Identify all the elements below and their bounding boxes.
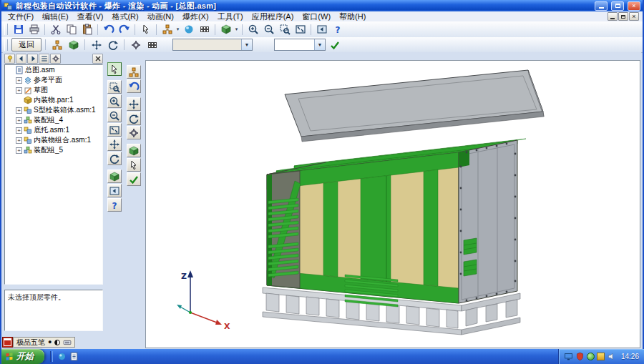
- tree-item-contents-group-assembly[interactable]: + 内装物组合.asm:1: [5, 135, 102, 145]
- menu-view[interactable]: 查看(V): [73, 11, 108, 21]
- punctuation-toggle-icon[interactable]: [54, 340, 60, 345]
- menu-explode[interactable]: 爆炸(X): [178, 11, 213, 21]
- tray-network-icon[interactable]: [564, 352, 573, 361]
- auto-explode-button[interactable]: [49, 38, 64, 52]
- expander-icon[interactable]: +: [16, 87, 22, 94]
- lid-panel[interactable]: [285, 70, 544, 142]
- move-part-button[interactable]: [89, 38, 104, 52]
- explode-button[interactable]: [160, 22, 175, 36]
- ime-bar[interactable]: 极品五笔 ●: [2, 336, 75, 348]
- tree-item-contents-part[interactable]: 内装物.par:1: [5, 95, 102, 105]
- expander-icon[interactable]: +: [16, 77, 22, 84]
- mdi-close-button[interactable]: ×: [629, 12, 639, 21]
- tree-item-assembly-group-4[interactable]: + 装配组_4: [5, 115, 102, 125]
- menu-animation[interactable]: 动画(N): [143, 11, 178, 21]
- toolbar-grip[interactable]: [4, 39, 8, 51]
- tree-item-base-assembly[interactable]: + 底托.asm:1: [5, 125, 102, 135]
- mdi-minimize-button[interactable]: [608, 12, 618, 21]
- zoom-area-button[interactable]: [277, 22, 292, 36]
- assembly-tree[interactable]: 总图.asm + 参考平面 + 草图 内装物.par:1 + S型栓装箱体.as…: [4, 64, 103, 285]
- menu-file[interactable]: 文件(F): [4, 11, 38, 21]
- tray-volume-icon[interactable]: [607, 352, 616, 361]
- rotate-view-button[interactable]: [107, 152, 122, 165]
- fit-view-button[interactable]: [293, 22, 308, 36]
- zoom-area-button[interactable]: [107, 80, 122, 94]
- menu-help[interactable]: 帮助(H): [335, 11, 370, 21]
- explode-display-button[interactable]: [66, 38, 81, 52]
- tree-item-sketch[interactable]: + 草图: [5, 85, 102, 95]
- tree-item-reference-planes[interactable]: + 参考平面: [5, 75, 102, 85]
- pin-panel-button[interactable]: [4, 54, 15, 64]
- show-desktop-icon[interactable]: [69, 352, 79, 361]
- ime-logo-icon[interactable]: [2, 337, 13, 348]
- configuration-button[interactable]: [127, 126, 141, 139]
- start-button[interactable]: 开始: [1, 349, 44, 364]
- tree-item-box-assembly[interactable]: + S型栓装箱体.asm:1: [5, 105, 102, 115]
- auto-explode-button[interactable]: [127, 65, 141, 79]
- shaded-view-button[interactable]: [218, 22, 233, 36]
- copy-button[interactable]: [64, 22, 79, 36]
- undo-button[interactable]: [101, 22, 116, 36]
- display-options-button[interactable]: [127, 144, 141, 157]
- redo-button[interactable]: [117, 22, 132, 36]
- select-tool-button[interactable]: [138, 22, 153, 36]
- rotate-part-button[interactable]: [105, 38, 120, 52]
- menu-edit[interactable]: 编辑(E): [38, 11, 73, 21]
- close-button[interactable]: ×: [628, 1, 640, 11]
- 3d-viewport[interactable]: Z X: [145, 60, 640, 348]
- tray-status-icon[interactable]: [587, 353, 595, 360]
- animation-frames-button[interactable]: [145, 38, 160, 52]
- menu-tools[interactable]: 工具(T): [213, 11, 248, 21]
- paste-button[interactable]: [79, 22, 94, 36]
- menu-applications[interactable]: 应用程序(A): [248, 11, 298, 21]
- tray-updates-icon[interactable]: [597, 353, 605, 360]
- expander-icon[interactable]: +: [16, 117, 22, 124]
- dropdown-arrow-icon[interactable]: ▾: [175, 26, 180, 32]
- finish-button[interactable]: [127, 172, 141, 186]
- flow-lines-button[interactable]: [127, 112, 141, 125]
- menu-window[interactable]: 窗口(W): [298, 11, 335, 21]
- title-bar[interactable]: 前程包装自动设计软件 - 爆炸 - 渲染 - 动画 - [总图.asm] ×: [1, 0, 643, 11]
- explode-options-button[interactable]: [128, 38, 143, 52]
- fullwidth-toggle-icon[interactable]: ●: [48, 339, 52, 345]
- explode-config-combobox[interactable]: ▼: [172, 39, 253, 51]
- dropdown-arrow-icon[interactable]: ▾: [234, 26, 239, 32]
- common-views-button[interactable]: [107, 169, 122, 183]
- help-button[interactable]: [330, 22, 345, 36]
- help-button[interactable]: [107, 198, 122, 212]
- fit-view-button[interactable]: [107, 123, 122, 137]
- back-button[interactable]: 返回: [11, 38, 42, 51]
- expander-icon[interactable]: +: [16, 147, 22, 154]
- expander-icon[interactable]: +: [16, 137, 22, 144]
- previous-view-button[interactable]: [314, 22, 329, 36]
- accept-button[interactable]: [327, 38, 342, 52]
- browser-icon[interactable]: [57, 352, 67, 361]
- zoom-in-button[interactable]: [107, 94, 122, 108]
- menu-format[interactable]: 格式(R): [107, 11, 142, 21]
- panel-back-button[interactable]: [16, 54, 26, 64]
- side-panel[interactable]: [459, 140, 517, 303]
- cut-button[interactable]: [48, 22, 63, 36]
- panel-list-button[interactable]: [39, 54, 49, 64]
- zoom-out-button[interactable]: [261, 22, 276, 36]
- soft-keyboard-icon[interactable]: [63, 338, 72, 347]
- save-button[interactable]: [11, 22, 26, 36]
- tree-item-root[interactable]: 总图.asm: [5, 65, 102, 75]
- select-parts-button[interactable]: [127, 158, 141, 172]
- ime-name[interactable]: 极品五笔: [16, 338, 45, 348]
- print-button[interactable]: [26, 22, 42, 36]
- pan-button[interactable]: [107, 137, 122, 151]
- zoom-in-button[interactable]: [245, 22, 260, 36]
- expander-icon[interactable]: +: [16, 127, 22, 134]
- unexplode-button[interactable]: [127, 79, 141, 93]
- mdi-restore-button[interactable]: [618, 12, 628, 21]
- crate-body[interactable]: [267, 139, 526, 307]
- panel-options-button[interactable]: [50, 54, 61, 64]
- minimize-button[interactable]: [595, 1, 608, 11]
- tray-clock[interactable]: 14:26: [621, 353, 639, 360]
- expander-icon[interactable]: +: [16, 107, 22, 114]
- panel-forward-button[interactable]: [27, 54, 38, 64]
- distance-combobox[interactable]: ▼: [274, 39, 326, 51]
- close-panel-button[interactable]: [92, 54, 103, 64]
- chevron-down-icon[interactable]: ▼: [314, 39, 325, 50]
